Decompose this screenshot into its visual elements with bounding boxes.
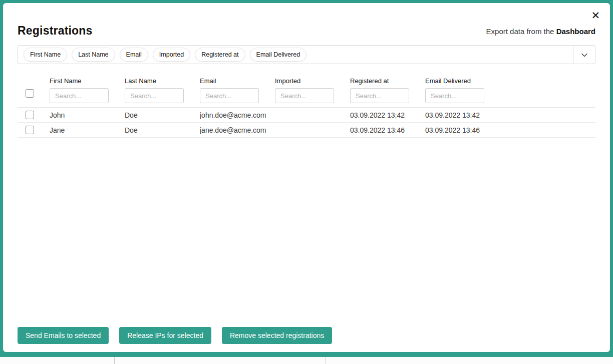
cell-email-delivered: 03.09.2022 13:42	[425, 111, 500, 119]
filter-chip-imported[interactable]: Imported	[153, 48, 190, 62]
cell-last-name: Doe	[125, 126, 200, 134]
cell-email: jane.doe@acme.com	[200, 126, 275, 134]
cell-first-name: John	[50, 111, 125, 119]
search-input-last-name[interactable]	[125, 88, 184, 103]
table-header-row: First Name Last Name Email Imported Regi…	[18, 77, 595, 108]
search-input-email-delivered[interactable]	[425, 88, 484, 103]
filter-chip-first-name[interactable]: First Name	[24, 48, 67, 62]
filter-dropdown-button[interactable]	[573, 46, 595, 64]
export-hint: Export data from the Dashboard	[486, 27, 595, 38]
table-row: John Doe john.doe@acme.com 03.09.2022 13…	[18, 108, 595, 123]
filter-chip-email-delivered[interactable]: Email Delivered	[250, 48, 307, 62]
remove-registrations-button[interactable]: Remove selected registrations	[222, 327, 332, 344]
bulk-actions: Send Emails to selected Release IPs for …	[18, 327, 332, 344]
filter-chip-email[interactable]: Email	[120, 48, 148, 62]
column-header-registered-at: Registered at	[350, 77, 425, 85]
cell-last-name: Doe	[125, 111, 200, 119]
registrations-modal: ✕ Registrations Export data from the Das…	[3, 3, 610, 352]
chevron-down-icon	[581, 51, 587, 59]
send-emails-button[interactable]: Send Emails to selected	[18, 327, 109, 344]
select-all-checkbox[interactable]	[26, 89, 34, 98]
search-input-registered-at[interactable]	[350, 88, 409, 103]
row-checkbox[interactable]	[26, 111, 34, 119]
background-table-gridline	[114, 357, 115, 364]
filter-chip-last-name[interactable]: Last Name	[72, 48, 115, 62]
cell-registered-at: 03.09.2022 13:46	[350, 126, 425, 134]
release-ips-button[interactable]: Release IPs for selected	[119, 327, 211, 344]
dashboard-link[interactable]: Dashboard	[556, 27, 595, 36]
export-hint-text: Export data from the	[486, 27, 554, 36]
search-input-email[interactable]	[200, 88, 259, 103]
background-table-gridline	[326, 357, 326, 364]
cell-registered-at: 03.09.2022 13:42	[350, 111, 425, 119]
table-row: Jane Doe jane.doe@acme.com 03.09.2022 13…	[18, 123, 595, 138]
column-header-email-delivered: Email Delivered	[425, 77, 500, 85]
registrations-table: First Name Last Name Email Imported Regi…	[18, 77, 595, 138]
cell-email: john.doe@acme.com	[200, 111, 275, 119]
column-header-imported: Imported	[275, 77, 350, 85]
background-page-edge	[0, 357, 613, 364]
search-input-imported[interactable]	[275, 88, 334, 103]
close-icon[interactable]: ✕	[589, 8, 602, 23]
modal-header: Registrations Export data from the Dashb…	[18, 24, 595, 38]
cell-email-delivered: 03.09.2022 13:46	[425, 126, 500, 134]
column-header-first-name: First Name	[50, 77, 125, 85]
cell-first-name: Jane	[50, 126, 125, 134]
column-filter-bar: First Name Last Name Email Imported Regi…	[18, 45, 595, 64]
page-title: Registrations	[18, 24, 93, 38]
column-header-last-name: Last Name	[125, 77, 200, 85]
search-input-first-name[interactable]	[50, 88, 109, 103]
filter-chip-registered-at[interactable]: Registered at	[195, 48, 245, 62]
column-header-email: Email	[200, 77, 275, 85]
row-checkbox[interactable]	[26, 126, 34, 134]
